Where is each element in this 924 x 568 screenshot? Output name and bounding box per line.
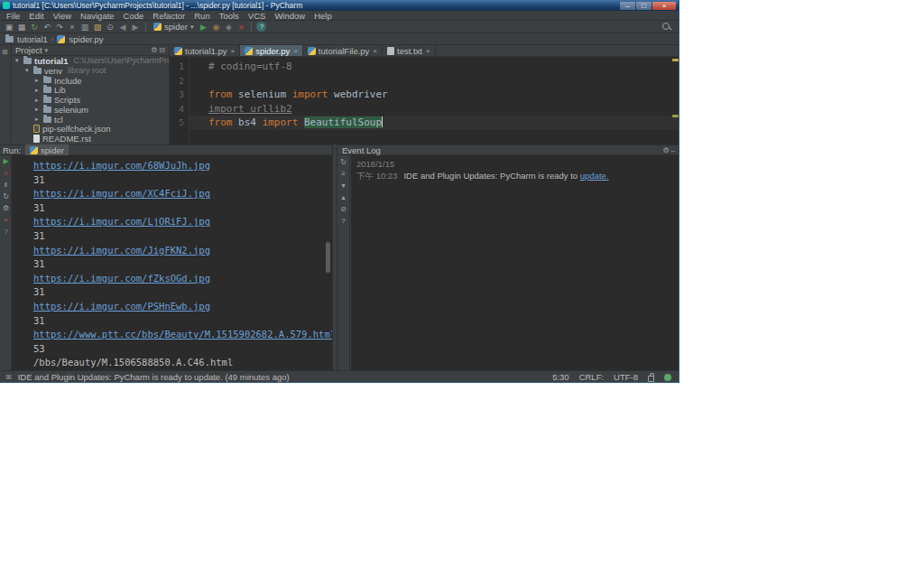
line-number[interactable]: 5: [170, 116, 189, 130]
breadcrumb-file[interactable]: spider.py: [69, 34, 103, 44]
paste-icon[interactable]: ▨: [92, 22, 103, 33]
redo-icon[interactable]: ↷: [54, 22, 65, 33]
status-message[interactable]: IDE and Plugin Updates: PyCharm is ready…: [18, 372, 546, 382]
project-tree-item[interactable]: ▸Include: [12, 76, 169, 86]
project-tree-item[interactable]: ▾venvlibrary root: [12, 66, 169, 76]
menu-item-window[interactable]: Window: [270, 11, 310, 21]
editor-tab[interactable]: test.txt×: [383, 45, 436, 56]
project-panel-title[interactable]: Project: [15, 45, 42, 55]
sync-icon[interactable]: ↻: [29, 22, 40, 33]
project-tree-item[interactable]: pip-selfcheck.json: [12, 125, 169, 135]
menu-item-code[interactable]: Code: [119, 11, 149, 21]
console-link[interactable]: https://i.imgur.com/XC4FciJ.jpg: [33, 187, 332, 201]
rerun-icon[interactable]: ▶: [1, 157, 11, 165]
open-icon[interactable]: ▣: [4, 22, 14, 33]
console-link[interactable]: https://i.imgur.com/JigFKN2.jpg: [33, 244, 332, 258]
menu-item-edit[interactable]: Edit: [24, 11, 48, 21]
project-tree-item[interactable]: README.rst: [12, 134, 169, 144]
toolwindow-toggle-icon[interactable]: ⊞: [5, 373, 12, 381]
tree-arrow-icon[interactable]: ▸: [35, 97, 41, 104]
hide-icon[interactable]: –: [671, 146, 675, 154]
project-tree-item[interactable]: ▸tcl: [12, 115, 169, 125]
forward-icon[interactable]: ▶: [130, 22, 141, 33]
pause-icon[interactable]: ‖: [1, 181, 11, 189]
save-icon[interactable]: ▦: [16, 22, 27, 33]
tab-close-icon[interactable]: ×: [426, 47, 430, 55]
stop-icon[interactable]: ■: [1, 169, 11, 177]
console-link[interactable]: https://www.ptt.cc/bbs/Beauty/M.15159026…: [33, 328, 332, 342]
code-area[interactable]: # coding=utf-8from selenium import webdr…: [190, 57, 679, 144]
editor-gutter[interactable]: 12345: [170, 57, 189, 144]
project-tree-item[interactable]: ▸Scripts: [12, 95, 169, 105]
editor-tab[interactable]: spider.py×: [240, 45, 303, 56]
tree-arrow-icon[interactable]: ▸: [35, 116, 41, 123]
hide-icon[interactable]: ⊟: [159, 46, 165, 54]
menu-item-file[interactable]: File: [2, 11, 24, 21]
caret-position[interactable]: 5:30: [552, 372, 569, 382]
file-encoding[interactable]: UTF-8: [614, 372, 638, 382]
search-everywhere-icon[interactable]: [662, 23, 671, 32]
run-configuration-selector[interactable]: spider ▾: [151, 22, 196, 32]
project-tree-item[interactable]: ▸selenium: [12, 105, 169, 115]
editor-tab[interactable]: tutorialFile.py×: [303, 45, 383, 56]
editor-tab[interactable]: tutorial1.py×: [170, 45, 240, 56]
code-line[interactable]: [208, 74, 679, 88]
tree-arrow-icon[interactable]: ▸: [35, 77, 41, 84]
line-separator[interactable]: CRLF:: [579, 372, 604, 382]
debug-icon[interactable]: ◉: [210, 22, 221, 33]
code-line[interactable]: # coding=utf-8: [208, 60, 679, 74]
line-number[interactable]: 2: [170, 74, 189, 88]
minimize-button[interactable]: –: [620, 2, 635, 10]
help-icon[interactable]: ?: [338, 217, 348, 225]
help-icon[interactable]: ?: [1, 228, 11, 236]
refresh-icon[interactable]: ↻: [338, 158, 348, 166]
find-icon[interactable]: ⊙: [105, 22, 116, 33]
project-tree-item[interactable]: ▸Lib: [12, 85, 169, 95]
line-number[interactable]: 1: [170, 60, 189, 74]
close-icon[interactable]: ×: [1, 216, 11, 224]
console-output[interactable]: https://i.imgur.com/68WJuJh.jpg31https:/…: [12, 155, 332, 370]
highlighting-level-icon[interactable]: [664, 374, 671, 381]
cut-icon[interactable]: ×: [67, 22, 78, 33]
undo-icon[interactable]: ↶: [42, 22, 52, 33]
console-scrollbar[interactable]: [326, 242, 330, 273]
run-icon[interactable]: ▶: [198, 22, 208, 33]
console-link[interactable]: https://i.imgur.com/fZksOGd.jpg: [33, 272, 332, 286]
tree-arrow-icon[interactable]: ▾: [15, 57, 21, 64]
tab-close-icon[interactable]: ×: [293, 47, 298, 55]
project-view-caret-icon[interactable]: ▾: [45, 47, 49, 54]
code-line[interactable]: from bs4 import BeautifulSoup: [190, 116, 679, 130]
clear-all-icon[interactable]: ⊘: [338, 205, 348, 213]
settings-icon[interactable]: ⚙: [151, 46, 157, 54]
back-icon[interactable]: ◀: [117, 22, 128, 33]
event-log-title[interactable]: Event Log: [342, 145, 381, 155]
close-button[interactable]: ×: [652, 2, 676, 10]
tree-arrow-icon[interactable]: ▾: [25, 67, 31, 74]
event-update-link[interactable]: update.: [580, 171, 609, 181]
menu-item-vcs[interactable]: VCS: [244, 11, 271, 21]
tool-windows-icon[interactable]: ⊞: [2, 48, 8, 56]
restore-layout-icon[interactable]: ↻: [1, 192, 11, 200]
inspection-mark-icon[interactable]: [672, 115, 679, 117]
console-link[interactable]: https://i.imgur.com/68WJuJh.jpg: [33, 159, 332, 173]
menu-item-run[interactable]: Run: [189, 11, 214, 21]
menu-item-navigate[interactable]: Navigate: [76, 11, 119, 21]
console-link[interactable]: https://i.imgur.com/LjORiFJ.jpg: [33, 215, 332, 229]
stop-icon[interactable]: ■: [236, 22, 246, 33]
console-link[interactable]: https://i.imgur.com/PSHnEwb.jpg: [33, 300, 332, 314]
tree-arrow-icon[interactable]: ▸: [35, 106, 41, 113]
menu-item-view[interactable]: View: [49, 11, 76, 21]
help-icon[interactable]: ?: [256, 22, 266, 32]
title-bar[interactable]: tutorial1 [C:\Users\User\PycharmProjects…: [0, 0, 679, 11]
inspection-mark-icon[interactable]: [672, 59, 679, 61]
copy-icon[interactable]: ▥: [79, 22, 90, 33]
code-line[interactable]: import urllib2: [208, 102, 679, 116]
line-number[interactable]: 4: [170, 102, 189, 116]
collapse-all-icon[interactable]: ▴: [338, 193, 348, 201]
line-number[interactable]: 3: [170, 88, 189, 102]
settings-icon[interactable]: ⚙: [662, 146, 669, 154]
maximize-button[interactable]: □: [636, 2, 651, 10]
tab-close-icon[interactable]: ×: [373, 47, 377, 55]
settings-icon[interactable]: ⚙: [1, 204, 11, 212]
breadcrumb-project[interactable]: tutorial1: [17, 34, 48, 44]
